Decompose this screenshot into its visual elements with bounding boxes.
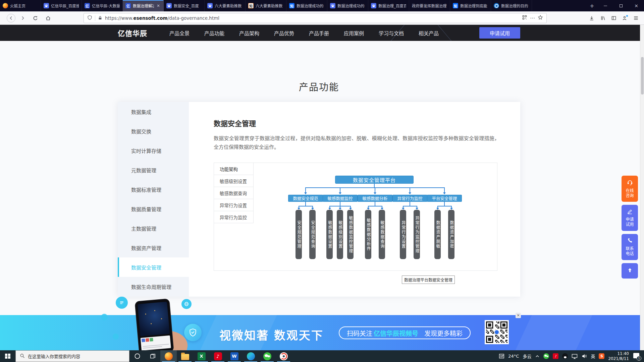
site-nav-item-1[interactable]: 产品全景: [169, 29, 190, 37]
menu-icon[interactable]: [632, 14, 640, 22]
url-text[interactable]: https://www.esensoft.com/data-governance…: [105, 15, 519, 21]
apply-trial-float-button[interactable]: 申请试用: [622, 205, 638, 231]
shield-icon[interactable]: [87, 15, 92, 21]
browser-tab[interactable]: 火狐主页: [0, 0, 41, 11]
site-logo[interactable]: 亿信华辰: [118, 28, 147, 38]
connector-line: [410, 202, 410, 206]
browser-tab[interactable]: 亿数据治理解决×: [123, 0, 164, 11]
display-icon[interactable]: [572, 353, 578, 359]
edge-icon[interactable]: [243, 350, 259, 362]
qr-icon[interactable]: [522, 15, 527, 21]
scrollbar[interactable]: [640, 25, 644, 350]
netease-music-icon[interactable]: ♪: [210, 350, 226, 362]
library-icon[interactable]: [599, 14, 607, 22]
banner-close-icon[interactable]: ×: [516, 313, 521, 318]
wechat-icon[interactable]: [543, 353, 549, 359]
start-button[interactable]: [0, 350, 15, 362]
browser-tab[interactable]: 知六大要素助推数: [246, 0, 286, 11]
browser-tab[interactable]: 数据治理成功的: [327, 0, 368, 11]
browser-tab[interactable]: 政府要发挥数据治理: [409, 0, 450, 11]
sidebar-item[interactable]: 元数据管理: [118, 160, 189, 180]
minimize-icon[interactable]: [598, 0, 613, 11]
taskbar-search-input[interactable]: 在这里输入你要搜索的内容: [15, 350, 129, 362]
sidebar-item[interactable]: 数据集成: [118, 102, 189, 121]
tab-close-icon[interactable]: ×: [156, 3, 161, 8]
browser-tab[interactable]: 亿亿信华辰-大数据: [82, 0, 123, 11]
maximize-icon[interactable]: [613, 0, 629, 11]
reload-icon[interactable]: [31, 14, 40, 22]
sidebar-item[interactable]: 数据质量管理: [118, 199, 189, 219]
sidebar-item[interactable]: 数据标准管理: [118, 180, 189, 199]
site-nav-item-3[interactable]: 产品架构: [239, 29, 259, 37]
browser-tab[interactable]: 知数据治理成功的: [286, 0, 327, 11]
browser-tab[interactable]: 亿信华辰_百度搜: [41, 0, 82, 11]
speaker-icon[interactable]: [581, 353, 587, 359]
cortana-icon[interactable]: [129, 350, 145, 362]
globe-icon: [181, 299, 192, 309]
sidebar-item[interactable]: 数据交换: [118, 121, 189, 141]
firefox-icon[interactable]: [160, 350, 177, 362]
browser-tab[interactable]: 六大要素助推数: [205, 0, 246, 11]
site-nav-item-2[interactable]: 产品功能: [204, 29, 224, 37]
weather-desc[interactable]: 多云: [523, 353, 531, 359]
close-icon[interactable]: ×: [629, 0, 644, 11]
sidebar-item[interactable]: 数据安全管理: [118, 257, 189, 277]
contact-phone-button[interactable]: 联系电话: [622, 234, 638, 260]
site-nav-item-4[interactable]: 产品优势: [274, 29, 294, 37]
sidebar-item[interactable]: 数据资产管理: [118, 238, 189, 257]
baidu-icon: [330, 3, 335, 8]
tab-title: 六大要素助推数: [215, 3, 243, 8]
browser-tab[interactable]: 知数据治理到底能: [450, 0, 491, 11]
screenshot-tool-icon[interactable]: [275, 350, 292, 362]
online-consult-button[interactable]: 在线咨询: [622, 176, 638, 202]
qq-icon[interactable]: [562, 353, 568, 359]
news-icon[interactable]: [499, 353, 504, 359]
diagram-function-bar: 敏感数据分析件: [365, 210, 371, 259]
site-nav-item-5[interactable]: 产品手册: [309, 29, 329, 37]
ime-indicator[interactable]: 英: [591, 353, 595, 359]
browser-tab[interactable]: 数据安全_百度: [164, 0, 205, 11]
wechat-icon[interactable]: [259, 350, 275, 362]
account-icon[interactable]: [621, 14, 629, 22]
search-icon: [20, 353, 25, 359]
browser-tab[interactable]: 数据治理的目的: [491, 0, 532, 11]
account-sync-dot: [626, 15, 628, 17]
back-to-top-button[interactable]: [622, 263, 638, 279]
back-icon[interactable]: [7, 14, 15, 22]
site-nav-item-7[interactable]: 学习与文档: [379, 29, 404, 37]
address-bar[interactable]: https://www.esensoft.com/data-governance…: [84, 13, 547, 23]
banner-capsule[interactable]: 扫码关注 亿信华辰视频号 发现更多精彩: [339, 326, 471, 339]
site-nav-item-8[interactable]: 相关产品: [419, 29, 439, 37]
netease-music-icon[interactable]: ♪: [553, 353, 558, 359]
lock-icon: [98, 15, 102, 21]
diagram-group-box: 异常行为监控: [392, 195, 427, 202]
download-icon[interactable]: [588, 14, 596, 22]
taskbar-clock[interactable]: 11:40 2021/8/11: [608, 351, 629, 361]
tab-title: 六大要素助推数: [256, 3, 283, 8]
star-icon[interactable]: [538, 15, 543, 21]
browser-tab[interactable]: 数据治理_百度百: [368, 0, 409, 11]
excel-icon[interactable]: X: [193, 350, 210, 362]
sogou-icon[interactable]: S: [599, 353, 604, 359]
explorer-icon[interactable]: [177, 350, 193, 362]
connector-line: [340, 202, 340, 206]
sidebar-item[interactable]: 数据生命周期管理: [118, 277, 189, 296]
task-view-icon[interactable]: [145, 350, 160, 362]
connector-line: [340, 187, 340, 192]
sidebar-item[interactable]: 实时计算存储: [118, 141, 189, 160]
forward-icon[interactable]: [18, 14, 27, 22]
scrollbar-thumb[interactable]: [641, 57, 644, 95]
sidebar-item[interactable]: 主数据管理: [118, 219, 189, 238]
new-tab-button[interactable]: +: [586, 0, 598, 11]
site-nav-item-6[interactable]: 应用案例: [344, 29, 364, 37]
capsule-prefix: 扫码关注: [347, 328, 372, 338]
apply-trial-button[interactable]: 申请试用: [479, 27, 520, 39]
sidebar-toggle-icon[interactable]: [610, 14, 618, 22]
notification-icon[interactable]: 1: [633, 353, 641, 360]
home-icon[interactable]: [44, 14, 52, 22]
weather-temp[interactable]: 24°C: [508, 354, 519, 359]
clock-time: 11:40: [608, 351, 629, 356]
word-icon[interactable]: W: [226, 350, 243, 362]
more-icon[interactable]: ⋯: [530, 15, 535, 21]
chevron-up-icon[interactable]: [535, 354, 540, 359]
